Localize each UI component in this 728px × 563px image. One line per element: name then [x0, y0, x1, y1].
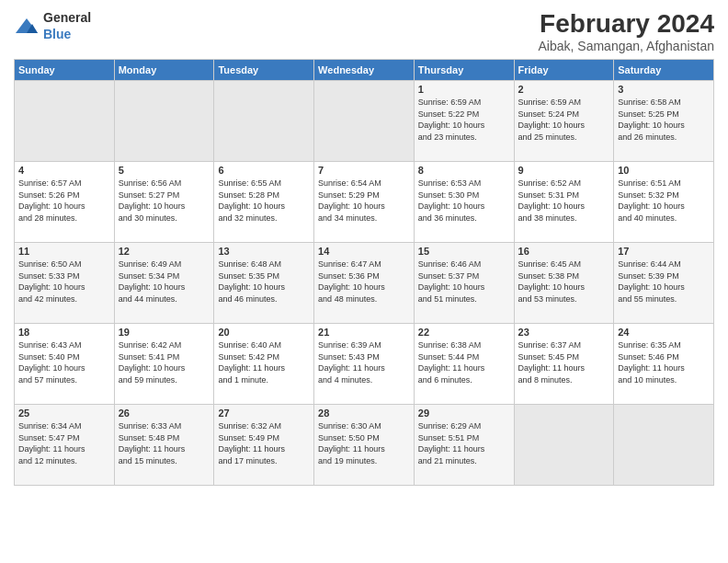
day-info: Sunrise: 6:53 AM Sunset: 5:30 PM Dayligh…	[418, 178, 510, 224]
day-number: 7	[318, 165, 410, 176]
day-number: 1	[418, 84, 510, 95]
day-number: 9	[518, 165, 610, 176]
day-info: Sunrise: 6:42 AM Sunset: 5:41 PM Dayligh…	[119, 339, 210, 385]
calendar-cell: 17Sunrise: 6:44 AM Sunset: 5:39 PM Dayli…	[614, 243, 714, 324]
calendar-cell: 9Sunrise: 6:52 AM Sunset: 5:31 PM Daylig…	[514, 162, 614, 243]
calendar-week-3: 11Sunrise: 6:50 AM Sunset: 5:33 PM Dayli…	[15, 243, 714, 324]
day-number: 4	[18, 165, 110, 176]
day-info: Sunrise: 6:58 AM Sunset: 5:25 PM Dayligh…	[618, 97, 710, 143]
day-info: Sunrise: 6:35 AM Sunset: 5:46 PM Dayligh…	[618, 339, 710, 385]
day-info: Sunrise: 6:40 AM Sunset: 5:42 PM Dayligh…	[218, 339, 310, 385]
day-number: 28	[318, 408, 410, 419]
day-number: 2	[518, 84, 610, 95]
calendar-table: Sunday Monday Tuesday Wednesday Thursday…	[14, 59, 714, 486]
calendar-cell: 8Sunrise: 6:53 AM Sunset: 5:30 PM Daylig…	[414, 162, 514, 243]
day-info: Sunrise: 6:38 AM Sunset: 5:44 PM Dayligh…	[418, 339, 510, 385]
calendar-cell	[314, 81, 415, 162]
day-info: Sunrise: 6:54 AM Sunset: 5:29 PM Dayligh…	[318, 178, 410, 224]
day-info: Sunrise: 6:47 AM Sunset: 5:36 PM Dayligh…	[318, 259, 410, 304]
calendar-week-2: 4Sunrise: 6:57 AM Sunset: 5:26 PM Daylig…	[15, 162, 714, 243]
logo-icon	[14, 17, 40, 35]
day-number: 24	[618, 327, 710, 338]
calendar-cell: 20Sunrise: 6:40 AM Sunset: 5:42 PM Dayli…	[214, 324, 314, 405]
day-number: 18	[18, 327, 110, 338]
calendar-cell: 15Sunrise: 6:46 AM Sunset: 5:37 PM Dayli…	[414, 243, 514, 324]
calendar-cell: 22Sunrise: 6:38 AM Sunset: 5:44 PM Dayli…	[414, 324, 514, 405]
calendar-week-4: 18Sunrise: 6:43 AM Sunset: 5:40 PM Dayli…	[15, 324, 714, 405]
day-info: Sunrise: 6:45 AM Sunset: 5:38 PM Dayligh…	[518, 259, 610, 304]
day-info: Sunrise: 6:48 AM Sunset: 5:35 PM Dayligh…	[218, 259, 310, 304]
day-number: 22	[418, 327, 510, 338]
header-sunday: Sunday	[15, 60, 115, 81]
calendar-cell: 14Sunrise: 6:47 AM Sunset: 5:36 PM Dayli…	[314, 243, 415, 324]
day-number: 26	[119, 408, 210, 419]
day-number: 16	[518, 246, 610, 257]
logo-general: General	[43, 10, 91, 25]
day-info: Sunrise: 6:52 AM Sunset: 5:31 PM Dayligh…	[518, 178, 610, 224]
day-number: 20	[218, 327, 310, 338]
day-number: 27	[218, 408, 310, 419]
calendar-cell: 16Sunrise: 6:45 AM Sunset: 5:38 PM Dayli…	[514, 243, 614, 324]
calendar-cell	[214, 81, 314, 162]
calendar-cell: 13Sunrise: 6:48 AM Sunset: 5:35 PM Dayli…	[214, 243, 314, 324]
calendar-cell: 28Sunrise: 6:30 AM Sunset: 5:50 PM Dayli…	[314, 405, 415, 486]
day-info: Sunrise: 6:33 AM Sunset: 5:48 PM Dayligh…	[119, 420, 210, 466]
calendar-cell: 6Sunrise: 6:55 AM Sunset: 5:28 PM Daylig…	[214, 162, 314, 243]
logo: General Blue	[14, 9, 91, 42]
calendar-cell	[514, 405, 614, 486]
calendar-cell	[114, 81, 214, 162]
day-info: Sunrise: 6:59 AM Sunset: 5:22 PM Dayligh…	[418, 97, 510, 143]
day-info: Sunrise: 6:29 AM Sunset: 5:51 PM Dayligh…	[418, 420, 510, 466]
location-subtitle: Aibak, Samangan, Afghanistan	[539, 39, 714, 53]
day-info: Sunrise: 6:34 AM Sunset: 5:47 PM Dayligh…	[18, 420, 110, 466]
day-number: 11	[18, 246, 110, 257]
calendar-cell: 1Sunrise: 6:59 AM Sunset: 5:22 PM Daylig…	[414, 81, 514, 162]
calendar-cell	[15, 81, 115, 162]
day-number: 23	[518, 327, 610, 338]
header-monday: Monday	[114, 60, 214, 81]
logo-text: General Blue	[43, 9, 91, 42]
day-number: 3	[618, 84, 710, 95]
calendar-cell: 27Sunrise: 6:32 AM Sunset: 5:49 PM Dayli…	[214, 405, 314, 486]
header-thursday: Thursday	[414, 60, 514, 81]
day-number: 25	[18, 408, 110, 419]
day-number: 8	[418, 165, 510, 176]
calendar-cell: 18Sunrise: 6:43 AM Sunset: 5:40 PM Dayli…	[15, 324, 115, 405]
calendar-cell: 26Sunrise: 6:33 AM Sunset: 5:48 PM Dayli…	[114, 405, 214, 486]
day-number: 19	[119, 327, 210, 338]
day-number: 21	[318, 327, 410, 338]
day-number: 14	[318, 246, 410, 257]
day-info: Sunrise: 6:59 AM Sunset: 5:24 PM Dayligh…	[518, 97, 610, 143]
day-number: 17	[618, 246, 710, 257]
calendar-cell: 19Sunrise: 6:42 AM Sunset: 5:41 PM Dayli…	[114, 324, 214, 405]
day-info: Sunrise: 6:49 AM Sunset: 5:34 PM Dayligh…	[119, 259, 210, 304]
day-number: 12	[119, 246, 210, 257]
calendar-cell: 29Sunrise: 6:29 AM Sunset: 5:51 PM Dayli…	[414, 405, 514, 486]
calendar-header: Sunday Monday Tuesday Wednesday Thursday…	[15, 60, 714, 81]
logo-blue: Blue	[43, 27, 71, 41]
day-info: Sunrise: 6:39 AM Sunset: 5:43 PM Dayligh…	[318, 339, 410, 385]
day-number: 6	[218, 165, 310, 176]
day-info: Sunrise: 6:51 AM Sunset: 5:32 PM Dayligh…	[618, 178, 710, 224]
day-info: Sunrise: 6:43 AM Sunset: 5:40 PM Dayligh…	[18, 339, 110, 385]
calendar-cell: 23Sunrise: 6:37 AM Sunset: 5:45 PM Dayli…	[514, 324, 614, 405]
day-number: 29	[418, 408, 510, 419]
day-info: Sunrise: 6:30 AM Sunset: 5:50 PM Dayligh…	[318, 420, 410, 466]
calendar-cell: 4Sunrise: 6:57 AM Sunset: 5:26 PM Daylig…	[15, 162, 115, 243]
calendar-cell: 3Sunrise: 6:58 AM Sunset: 5:25 PM Daylig…	[614, 81, 714, 162]
page-container: General Blue February 2024 Aibak, Samang…	[0, 0, 728, 495]
day-info: Sunrise: 6:50 AM Sunset: 5:33 PM Dayligh…	[18, 259, 110, 304]
day-info: Sunrise: 6:56 AM Sunset: 5:27 PM Dayligh…	[119, 178, 210, 224]
day-number: 5	[119, 165, 210, 176]
calendar-cell: 10Sunrise: 6:51 AM Sunset: 5:32 PM Dayli…	[614, 162, 714, 243]
day-info: Sunrise: 6:44 AM Sunset: 5:39 PM Dayligh…	[618, 259, 710, 304]
day-number: 13	[218, 246, 310, 257]
month-title: February 2024	[539, 9, 714, 39]
calendar-week-1: 1Sunrise: 6:59 AM Sunset: 5:22 PM Daylig…	[15, 81, 714, 162]
header: General Blue February 2024 Aibak, Samang…	[14, 9, 714, 53]
day-info: Sunrise: 6:32 AM Sunset: 5:49 PM Dayligh…	[218, 420, 310, 466]
day-info: Sunrise: 6:37 AM Sunset: 5:45 PM Dayligh…	[518, 339, 610, 385]
header-saturday: Saturday	[614, 60, 714, 81]
day-number: 10	[618, 165, 710, 176]
calendar-cell: 11Sunrise: 6:50 AM Sunset: 5:33 PM Dayli…	[15, 243, 115, 324]
